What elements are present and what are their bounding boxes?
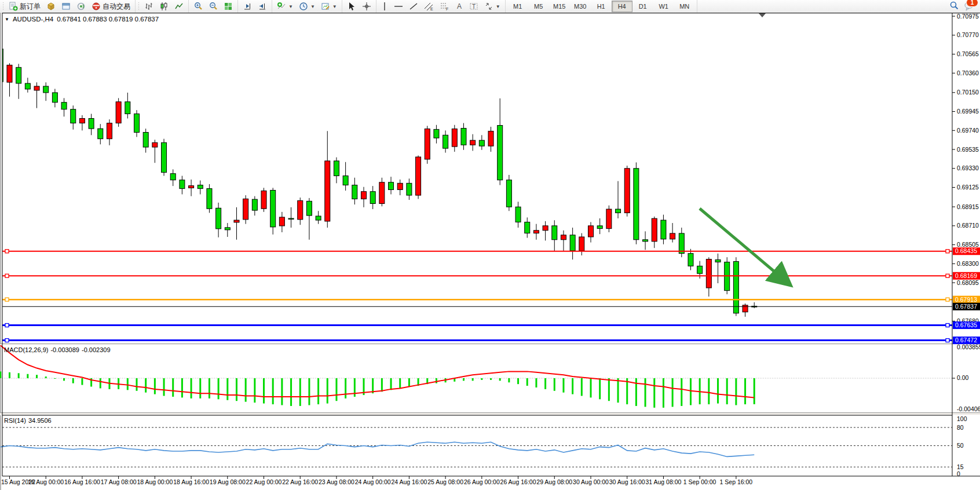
svg-text:0.68169: 0.68169 <box>955 272 977 279</box>
line-chart-icon <box>174 2 184 11</box>
templates-button[interactable]: ▼ <box>318 0 340 13</box>
svg-text:0.67472: 0.67472 <box>955 337 977 343</box>
signals-button[interactable] <box>74 0 89 13</box>
svg-text:29 Aug 08:00: 29 Aug 08:00 <box>536 478 572 485</box>
rsi-pane-label: RSI(14)34.9506 <box>4 417 54 424</box>
svg-text:15: 15 <box>957 463 964 470</box>
chat-button[interactable]: 1 <box>964 1 974 13</box>
toolbar-grip <box>138 2 140 11</box>
terminal-button[interactable] <box>58 0 74 13</box>
svg-text:24 Aug 00:00: 24 Aug 00:00 <box>355 478 391 485</box>
ohlc-values: 0.67841 0.67883 0.67819 0.67837 <box>57 16 159 23</box>
svg-text:0: 0 <box>957 470 960 477</box>
timeframe-m5[interactable]: M5 <box>528 1 549 12</box>
hline-icon <box>394 2 403 11</box>
svg-text:T: T <box>472 3 476 10</box>
auto-scroll-button[interactable] <box>240 0 255 13</box>
svg-text:0.003855: 0.003855 <box>957 343 980 350</box>
svg-text:18 Aug 16:00: 18 Aug 16:00 <box>173 478 209 485</box>
macd-pane-label: MACD(12,26,9)-0.003089-0.002309 <box>4 346 113 353</box>
candlestick-button[interactable] <box>156 0 171 13</box>
zoom-out-icon <box>209 2 218 11</box>
svg-text:0.68300: 0.68300 <box>957 260 979 267</box>
templates-icon <box>321 2 330 11</box>
svg-text:16 Aug 16:00: 16 Aug 16:00 <box>64 478 100 485</box>
svg-text:1 Sep 16:00: 1 Sep 16:00 <box>720 478 753 485</box>
chart-shift-icon <box>258 2 267 11</box>
toolbar-group-timeframes: M1 M5 M15 M30 H1 H4 D1 W1 MN <box>506 0 697 13</box>
timeframe-w1[interactable]: W1 <box>653 1 674 12</box>
symbol-period: AUDUSD-,H4 <box>13 16 53 23</box>
svg-text:0.67913: 0.67913 <box>955 296 977 303</box>
zoom-in-button[interactable] <box>191 0 206 13</box>
svg-text:0.00: 0.00 <box>957 374 969 381</box>
toolbar-group-cursor <box>342 0 376 13</box>
timeframe-h4[interactable]: H4 <box>612 1 632 12</box>
toolbar-group-indicators: ▼ ▼ ▼ <box>272 0 342 13</box>
svg-text:24 Aug 16:00: 24 Aug 16:00 <box>391 478 427 485</box>
timeframe-m30[interactable]: M30 <box>570 1 591 12</box>
trendline-button[interactable] <box>406 0 421 13</box>
svg-text:18 Aug 00:00: 18 Aug 00:00 <box>137 478 173 485</box>
label-button[interactable]: T <box>466 0 481 13</box>
timeframe-h1[interactable]: H1 <box>591 1 612 12</box>
text-icon: A <box>455 2 463 11</box>
svg-text:22 Aug 16:00: 22 Aug 16:00 <box>282 478 318 485</box>
timeframe-m15[interactable]: M15 <box>549 1 570 12</box>
fibonacci-icon: F <box>440 2 449 11</box>
crosshair-icon <box>362 2 371 11</box>
tile-windows-button[interactable] <box>221 0 236 13</box>
svg-text:0.70770: 0.70770 <box>957 31 979 38</box>
search-icon[interactable] <box>949 1 959 13</box>
terminal-window-icon <box>61 2 71 11</box>
zoom-out-button[interactable] <box>206 0 221 13</box>
svg-text:17 Aug 08:00: 17 Aug 08:00 <box>101 478 137 485</box>
svg-text:0.70150: 0.70150 <box>957 89 979 96</box>
autotrade-button[interactable]: 自动交易 <box>89 0 133 13</box>
text-button[interactable]: A <box>452 0 466 13</box>
arrows-icon <box>484 2 493 11</box>
timeframe-d1[interactable]: D1 <box>632 1 653 12</box>
autotrade-label: 自动交易 <box>103 2 130 12</box>
timeframe-mn[interactable]: MN <box>674 1 695 12</box>
svg-text:0.70565: 0.70565 <box>957 50 979 57</box>
cursor-button[interactable] <box>344 0 359 13</box>
price-chart[interactable]: 0.709750.707700.705650.703600.701500.699… <box>0 13 980 490</box>
arrows-button[interactable]: ▼ <box>481 0 503 13</box>
svg-text:31 Aug 08:00: 31 Aug 08:00 <box>645 478 681 485</box>
svg-text:0.68435: 0.68435 <box>955 247 977 254</box>
symbol-dropdown-icon[interactable]: ▼ <box>5 17 9 22</box>
svg-text:0.69535: 0.69535 <box>957 146 979 153</box>
svg-text:0.69945: 0.69945 <box>957 108 979 115</box>
hline-button[interactable] <box>391 0 406 13</box>
bar-chart-button[interactable] <box>141 0 156 13</box>
notification-badge: 1 <box>966 0 978 7</box>
macd-signal-value: -0.002309 <box>82 346 111 353</box>
macd-main-value: -0.003089 <box>50 346 79 353</box>
toolbar-grip <box>2 2 5 11</box>
indicators-icon <box>277 2 286 11</box>
svg-text:22 Aug 00:00: 22 Aug 00:00 <box>246 478 282 485</box>
vline-button[interactable] <box>378 0 391 13</box>
svg-text:0.68710: 0.68710 <box>957 222 979 229</box>
toolbar-group-scroll <box>238 0 272 13</box>
timeframe-m1[interactable]: M1 <box>507 1 528 12</box>
fibonacci-button[interactable]: F <box>437 0 452 13</box>
svg-text:1 Sep 00:00: 1 Sep 00:00 <box>683 478 716 485</box>
indicators-button[interactable]: ▼ <box>274 0 296 13</box>
market-watch-button[interactable] <box>43 0 58 13</box>
autotrade-icon <box>92 2 101 11</box>
close-value: 0.67837 <box>135 16 159 23</box>
rsi-value: 34.9506 <box>28 417 52 424</box>
svg-text:0.69330: 0.69330 <box>957 164 979 171</box>
periods-button[interactable]: ▼ <box>296 0 318 13</box>
new-order-icon <box>9 2 18 11</box>
svg-text:0.67635: 0.67635 <box>955 321 977 328</box>
line-chart-button[interactable] <box>171 0 187 13</box>
chart-shift-button[interactable] <box>255 0 270 13</box>
svg-text:A: A <box>457 2 462 10</box>
high-value: 0.67883 <box>83 16 107 23</box>
channel-button[interactable]: E <box>421 0 437 13</box>
crosshair-button[interactable] <box>359 0 374 13</box>
new-order-button[interactable]: 新订单 <box>6 0 43 13</box>
